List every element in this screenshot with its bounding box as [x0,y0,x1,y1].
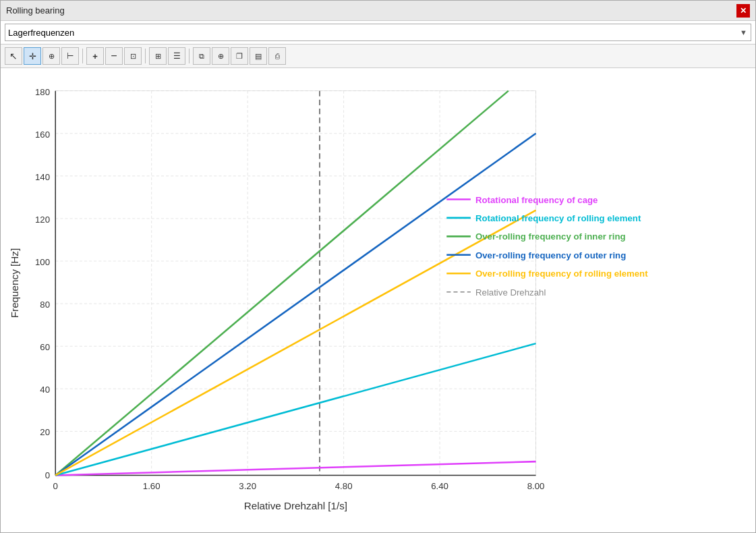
y-tick-100: 100 [35,257,50,267]
settings-button[interactable]: ⊞ [149,47,167,65]
legend-rolling-element-rot: Rotational frequency of rolling element [475,213,641,223]
legend-rolling-element-over: Over-rolling frequency of rolling elemen… [475,269,648,279]
copy-button[interactable]: ❐ [231,47,248,65]
copy-data-button[interactable]: ⊕ [212,47,229,65]
toolbar: ↖ ✛ ⊕ ⊢ + − ⊡ ⊞ ☰ ⧉ ⊕ ❐ ▤ ⎙ [1,45,755,68]
measure-button[interactable]: ⊢ [61,47,79,65]
toolbar-separator-2 [145,49,146,63]
x-tick-0: 0 [53,481,58,491]
dropdown-bar: Lagerfrequenzen ▼ [1,21,755,45]
legend-outer-ring: Over-rolling frequency of outer ring [475,250,626,260]
crosshair-tool-button[interactable]: ✛ [24,47,41,65]
legend-cage: Rotational frequency of cage [475,195,598,205]
copy-image-button[interactable]: ⧉ [193,47,210,65]
x-tick-160: 1.60 [143,481,161,491]
chart-type-select[interactable]: Lagerfrequenzen [5,24,751,41]
save-button[interactable]: ▤ [250,47,267,65]
table-button[interactable]: ☰ [168,47,185,65]
legend-relative-drehzahl: Relative Drehzahl [475,287,546,298]
dropdown-wrapper: Lagerfrequenzen ▼ [5,24,751,41]
svg-rect-0 [55,91,535,476]
title-bar: Rolling bearing ✕ [1,1,755,21]
zoom-fit-button[interactable]: ⊡ [124,47,142,65]
x-tick-480: 4.80 [335,481,353,491]
y-tick-80: 80 [40,300,50,310]
main-window: Rolling bearing ✕ Lagerfrequenzen ▼ ↖ ✛ … [0,0,756,533]
y-axis-label: Frequency [Hz] [9,248,20,318]
zoom-area-button[interactable]: ⊕ [42,47,60,65]
toolbar-separator-1 [82,49,83,63]
y-tick-40: 40 [40,385,50,395]
close-button[interactable]: ✕ [736,4,750,18]
y-tick-0: 0 [45,470,50,480]
y-tick-60: 60 [40,342,50,352]
window-title: Rolling bearing [6,5,65,16]
y-tick-160: 160 [35,130,50,140]
x-tick-800: 8.00 [527,481,545,491]
frequency-chart: 0 20 40 60 80 100 120 140 160 180 0 1.60… [7,75,749,526]
x-tick-640: 6.40 [431,481,448,491]
zoom-out-button[interactable]: − [105,47,123,65]
y-tick-120: 120 [35,215,50,225]
y-tick-140: 140 [35,172,50,182]
legend-inner-ring: Over-rolling frequency of inner ring [475,231,626,242]
x-axis-label: Relative Drehzahl [1/s] [244,500,347,511]
chart-area: 0 20 40 60 80 100 120 140 160 180 0 1.60… [1,68,755,532]
x-tick-320: 3.20 [239,481,256,491]
arrow-tool-button[interactable]: ↖ [5,47,22,65]
y-tick-180: 180 [35,87,50,97]
y-tick-20: 20 [40,427,50,437]
toolbar-separator-3 [189,49,190,63]
print-button[interactable]: ⎙ [268,47,286,65]
zoom-in-button[interactable]: + [86,47,104,65]
